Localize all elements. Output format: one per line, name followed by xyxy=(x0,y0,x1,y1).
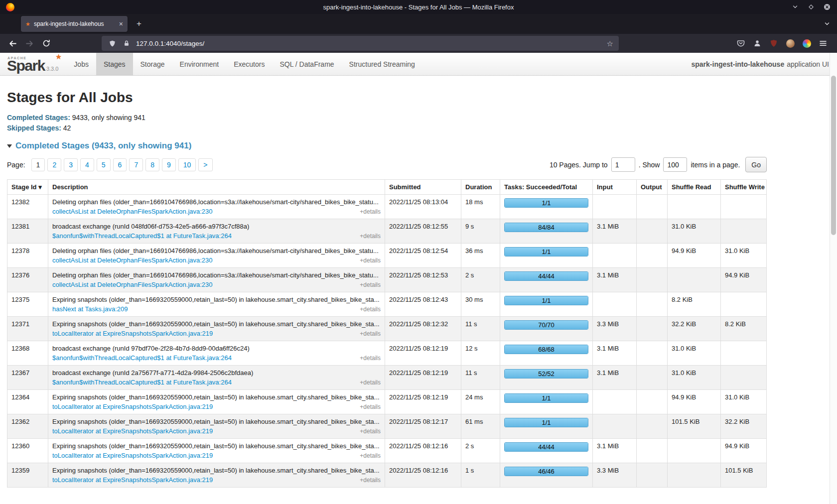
completed-stages-section-header[interactable]: Completed Stages (9433, only showing 941… xyxy=(7,141,767,151)
details-toggle[interactable]: +details xyxy=(360,355,381,362)
page-scrollbar[interactable] xyxy=(830,53,837,504)
tracking-protection-shield-icon[interactable] xyxy=(107,38,117,48)
col-header-shuffle-read[interactable]: Shuffle Read xyxy=(668,180,721,195)
stage-callsite-link[interactable]: $anonfun$withThreadLocalCaptured$1 at Fu… xyxy=(52,354,232,362)
spark-nav-item[interactable]: Storage xyxy=(133,53,172,75)
col-header-tasks[interactable]: Tasks: Succeeded/Total xyxy=(500,180,593,195)
spark-logo[interactable]: APACHE Spark 3.3.0 xyxy=(7,53,66,75)
stage-callsite-link[interactable]: collectAsList at DeleteOrphanFilesSparkA… xyxy=(52,281,213,288)
spark-nav-item[interactable]: Jobs xyxy=(66,53,96,75)
application-name: spark-ingest-into-lakehouse xyxy=(691,60,784,68)
details-toggle[interactable]: +details xyxy=(360,281,381,288)
spark-nav-item[interactable]: Environment xyxy=(172,53,227,75)
details-toggle[interactable]: +details xyxy=(360,257,381,264)
jump-to-input[interactable] xyxy=(611,157,635,172)
col-header-submitted[interactable]: Submitted xyxy=(385,180,461,195)
pagination-page-button[interactable]: > xyxy=(198,158,212,171)
stage-callsite-link[interactable]: toLocalIterator at ExpireSnapshotsSparkA… xyxy=(52,330,213,337)
extension-colorwheel-icon[interactable] xyxy=(802,38,812,48)
back-button[interactable] xyxy=(5,36,20,51)
window-close-button[interactable] xyxy=(823,3,831,11)
submitted-cell: 2022/11/25 08:12:16 xyxy=(385,439,461,463)
page-content: Stages for All Jobs Completed Stages: 94… xyxy=(0,76,767,488)
details-toggle[interactable]: +details xyxy=(360,379,381,386)
spark-nav-item[interactable]: Structured Streaming xyxy=(342,53,422,75)
sort-desc-icon: ▾ xyxy=(38,183,42,191)
col-header-output[interactable]: Output xyxy=(637,180,668,195)
submitted-cell: 2022/11/25 08:12:32 xyxy=(385,317,461,341)
page-title: Stages for All Jobs xyxy=(7,90,767,106)
output-cell xyxy=(637,341,668,366)
tab-close-icon[interactable]: × xyxy=(119,20,123,27)
pagination-page-button[interactable]: 10 xyxy=(178,158,196,171)
new-tab-button[interactable]: + xyxy=(132,16,146,31)
stage-callsite-link[interactable]: collectAsList at DeleteOrphanFilesSparkA… xyxy=(52,256,213,264)
scrollbar-thumb[interactable] xyxy=(831,76,836,235)
details-toggle[interactable]: +details xyxy=(360,477,381,484)
pagination-page-button[interactable]: 4 xyxy=(80,158,94,171)
window-controls xyxy=(791,3,831,11)
stage-callsite-link[interactable]: collectAsList at DeleteOrphanFilesSparkA… xyxy=(52,208,213,215)
details-toggle[interactable]: +details xyxy=(360,330,381,337)
browser-tab[interactable]: ★ spark-ingest-into-lakehous × xyxy=(21,16,128,32)
details-toggle[interactable]: +details xyxy=(360,452,381,459)
col-header-stage-id[interactable]: Stage Id ▾ xyxy=(7,180,48,195)
stage-callsite-link[interactable]: toLocalIterator at ExpireSnapshotsSparkA… xyxy=(52,403,213,410)
pagination-page-button[interactable]: 2 xyxy=(47,158,61,171)
forward-button[interactable] xyxy=(22,36,37,51)
col-header-input[interactable]: Input xyxy=(593,180,637,195)
account-icon[interactable] xyxy=(752,38,762,48)
stage-callsite-link[interactable]: $anonfun$withThreadLocalCaptured$1 at Fu… xyxy=(52,232,232,240)
col-header-shuffle-write[interactable]: Shuffle Write xyxy=(721,180,767,195)
spark-nav-item[interactable]: SQL / DataFrame xyxy=(272,53,341,75)
stage-callsite-link[interactable]: toLocalIterator at ExpireSnapshotsSparkA… xyxy=(52,476,213,484)
duration-cell: 36 ms xyxy=(461,244,500,268)
pagination-page-button[interactable]: 8 xyxy=(145,158,159,171)
pagination-page-button[interactable]: 1 xyxy=(31,158,45,171)
url-bar[interactable]: 127.0.0.1:4040/stages/ ☆ xyxy=(102,36,619,51)
details-toggle[interactable]: +details xyxy=(360,306,381,313)
pagination-page-button[interactable]: 7 xyxy=(129,158,143,171)
ublock-shield-icon[interactable] xyxy=(769,38,779,48)
details-toggle[interactable]: +details xyxy=(360,233,381,240)
pagination-page-button[interactable]: 9 xyxy=(162,158,176,171)
lock-icon[interactable] xyxy=(122,38,132,48)
stage-description-cell: Deleting orphan files (older_than=166910… xyxy=(48,244,385,268)
application-ui-suffix: application UI xyxy=(787,60,829,68)
reload-button[interactable] xyxy=(39,36,54,51)
details-toggle[interactable]: +details xyxy=(360,428,381,435)
pagination-page-button[interactable]: 5 xyxy=(97,158,111,171)
summary-label-link[interactable]: Completed Stages: xyxy=(7,114,70,122)
submitted-cell: 2022/11/25 08:12:54 xyxy=(385,244,461,268)
details-toggle[interactable]: +details xyxy=(360,208,381,215)
stage-callsite-link[interactable]: toLocalIterator at ExpireSnapshotsSparkA… xyxy=(52,427,213,435)
col-header-description[interactable]: Description xyxy=(48,180,385,195)
pagination-page-button[interactable]: 3 xyxy=(64,158,78,171)
stage-description-cell: Expiring snapshots (older_than=166932055… xyxy=(48,414,385,439)
shuffle-write-cell: 101.5 KiB xyxy=(721,463,767,488)
go-button[interactable]: Go xyxy=(745,157,767,172)
duration-cell: 12 s xyxy=(461,341,500,366)
col-header-duration[interactable]: Duration xyxy=(461,180,500,195)
pocket-icon[interactable] xyxy=(736,38,746,48)
bookmark-star-icon[interactable]: ☆ xyxy=(607,40,613,47)
summary-label-link[interactable]: Skipped Stages: xyxy=(7,124,61,132)
profile-avatar-icon[interactable] xyxy=(785,38,795,48)
stage-id-cell: 12368 xyxy=(7,341,48,366)
stage-callsite-link[interactable]: hasNext at Tasks.java:209 xyxy=(52,305,128,313)
hamburger-menu-icon[interactable] xyxy=(818,38,828,48)
stage-row: 12382 Deleting orphan files (older_than=… xyxy=(7,195,767,219)
shuffle-write-cell xyxy=(721,341,767,366)
details-toggle[interactable]: +details xyxy=(360,403,381,410)
items-per-page-input[interactable] xyxy=(663,157,687,172)
window-maximize-button[interactable] xyxy=(807,3,815,11)
spark-wordmark: Spark xyxy=(7,57,45,74)
spark-nav-item[interactable]: Stages xyxy=(96,53,133,75)
pagination-page-button[interactable]: 6 xyxy=(113,158,127,171)
stage-callsite-link[interactable]: toLocalIterator at ExpireSnapshotsSparkA… xyxy=(52,452,213,459)
stage-callsite-link[interactable]: $anonfun$withThreadLocalCaptured$1 at Fu… xyxy=(52,378,232,386)
spark-nav-item[interactable]: Executors xyxy=(226,53,272,75)
window-minimize-button[interactable] xyxy=(791,3,799,11)
list-all-tabs-chevron-icon[interactable] xyxy=(824,14,830,34)
input-cell xyxy=(593,195,637,219)
